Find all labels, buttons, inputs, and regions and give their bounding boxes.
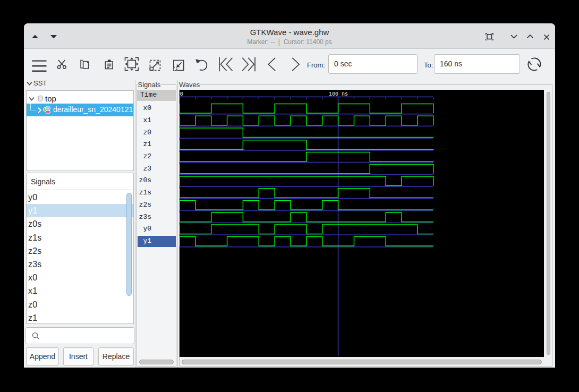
svg-text:100 ns: 100 ns: [329, 91, 348, 97]
svg-text:0: 0: [180, 91, 184, 97]
